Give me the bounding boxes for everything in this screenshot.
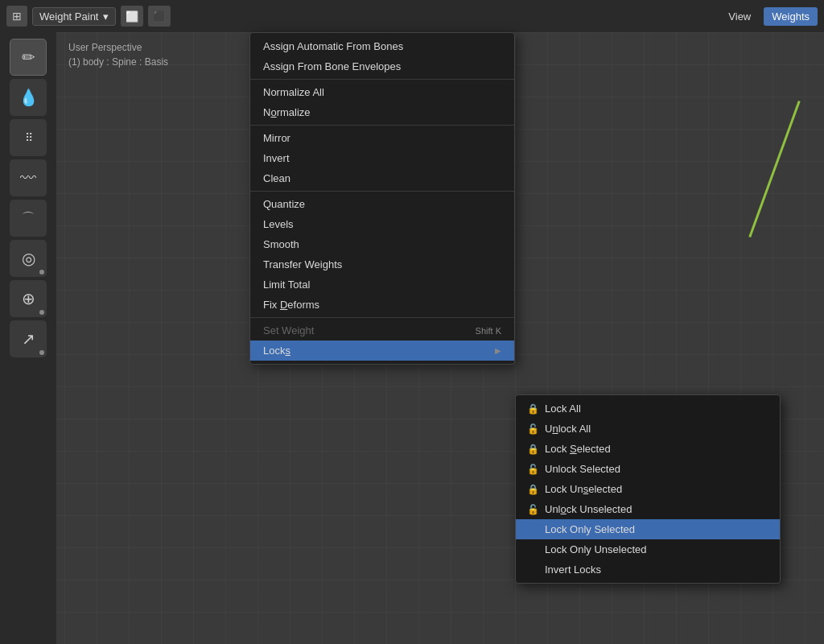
unlock-all-label: Unlock All — [545, 423, 591, 435]
limit-total-label: Limit Total — [263, 279, 310, 291]
mode-icon: ⊞ — [6, 6, 27, 27]
sep-3 — [250, 191, 514, 192]
menu-levels[interactable]: Levels — [250, 214, 514, 234]
smooth-label: Smooth — [263, 238, 299, 250]
draw-icon: ✏ — [22, 47, 35, 67]
tool-gradient[interactable]: ↗ — [10, 320, 47, 357]
topbar-view[interactable]: View — [720, 7, 759, 26]
submenu-invert-locks[interactable]: Invert Locks — [516, 559, 780, 580]
assign-auto-label: Assign Automatic From Bones — [263, 40, 403, 52]
topbar: ⊞ Weight Paint ▾ ⬜ ⬛ View Weights — [0, 0, 824, 32]
submenu-lock-unselected[interactable]: 🔒 Lock Unselected — [516, 479, 780, 499]
transfer-weights-label: Transfer Weights — [263, 258, 342, 270]
blur-icon: 💧 — [19, 88, 39, 107]
lock-all-icon: 🔒 — [527, 403, 538, 415]
submenu-lock-only-unselected[interactable]: Lock Only Unselected — [516, 539, 780, 559]
smear-icon: 〰 — [20, 169, 36, 188]
menu-clean[interactable]: Clean — [250, 168, 514, 188]
lock-selected-icon: 🔒 — [527, 444, 538, 455]
menu-mirror[interactable]: Mirror — [250, 128, 514, 148]
gradient-icon: ↗ — [22, 329, 35, 349]
menu-invert[interactable]: Invert — [250, 148, 514, 168]
menu-fix-deforms[interactable]: Fix Deforms — [250, 295, 514, 315]
submenu-lock-selected[interactable]: 🔒 Lock Selected — [516, 439, 780, 459]
viewport-btn-1[interactable]: ⬜ — [121, 6, 143, 27]
normalize-label: Normalize — [263, 106, 311, 118]
tool-smear[interactable]: 〰 — [10, 159, 47, 196]
submenu-unlock-all[interactable]: 🔓 Unlock All — [516, 419, 780, 439]
menu-locks[interactable]: Locks ▶ — [250, 341, 514, 361]
sep-2 — [250, 125, 514, 126]
tool-dots[interactable]: ⠿ — [10, 119, 47, 156]
mode-selector[interactable]: Weight Paint ▾ — [32, 7, 116, 26]
menu-set-weight: Set Weight Shift K — [250, 320, 514, 341]
menu-normalize-all[interactable]: Normalize All — [250, 82, 514, 102]
set-weight-shortcut: Shift K — [476, 326, 501, 336]
weights-menu: Assign Automatic From Bones Assign From … — [249, 32, 515, 365]
normalize-all-label: Normalize All — [263, 86, 324, 98]
menu-limit-total[interactable]: Limit Total — [250, 275, 514, 295]
left-sidebar: ✏ 💧 ⠿ 〰 ⌒ ◎ ⊕ ↗ — [0, 32, 56, 644]
locks-label: Locks — [263, 345, 290, 357]
submenu-unlock-unselected[interactable]: 🔓 Unlock Unselected — [516, 499, 780, 519]
lock-unselected-label: Lock Unselected — [545, 483, 622, 495]
menu-normalize[interactable]: Normalize — [250, 102, 514, 122]
invert-label: Invert — [263, 152, 290, 164]
unlock-unselected-icon: 🔓 — [527, 504, 538, 515]
topbar-weights[interactable]: Weights — [764, 7, 818, 26]
dots-icon: ⠿ — [25, 131, 32, 144]
locks-arrow-icon: ▶ — [495, 346, 501, 355]
lock-only-unselected-label: Lock Only Unselected — [545, 543, 646, 555]
levels-label: Levels — [263, 218, 294, 230]
tool-crosshair[interactable]: ⊕ — [10, 280, 47, 317]
viewport-btn-2[interactable]: ⬛ — [148, 6, 171, 27]
tool-sample[interactable]: ◎ — [10, 240, 47, 277]
crosshair-dot — [39, 310, 44, 315]
clean-label: Clean — [263, 172, 290, 184]
menu-smooth[interactable]: Smooth — [250, 234, 514, 254]
unlock-all-icon: 🔓 — [527, 423, 538, 435]
set-weight-label: Set Weight — [263, 324, 314, 336]
menu-assign-auto[interactable]: Assign Automatic From Bones — [250, 36, 514, 56]
lock-unselected-icon: 🔒 — [527, 484, 538, 495]
unlock-unselected-label: Unlock Unselected — [545, 503, 632, 515]
lock-only-selected-label: Lock Only Selected — [545, 523, 635, 535]
sample-icon: ◎ — [22, 249, 35, 268]
quantize-label: Quantize — [263, 198, 305, 210]
mode-dropdown-icon: ▾ — [103, 10, 109, 23]
submenu-lock-only-selected[interactable]: Lock Only Selected — [516, 519, 780, 539]
fix-deforms-label: Fix Deforms — [263, 299, 319, 311]
assign-envelope-label: Assign From Bone Envelopes — [263, 60, 401, 72]
viewport-header: User Perspective (1) body : Spine : Basi… — [68, 40, 168, 69]
object-label: (1) body : Spine : Basis — [68, 55, 168, 69]
sep-4 — [250, 317, 514, 318]
mirror-label: Mirror — [263, 132, 290, 144]
lock-selected-label: Lock Selected — [545, 443, 611, 455]
tool-relax[interactable]: ⌒ — [10, 200, 47, 237]
invert-locks-label: Invert Locks — [545, 564, 601, 576]
tool-draw[interactable]: ✏ — [10, 39, 47, 76]
tool-blur[interactable]: 💧 — [10, 79, 47, 116]
menu-quantize[interactable]: Quantize — [250, 194, 514, 214]
gradient-dot — [39, 350, 44, 355]
crosshair-icon: ⊕ — [22, 289, 35, 308]
relax-icon: ⌒ — [22, 210, 35, 227]
lock-all-label: Lock All — [545, 402, 581, 415]
unlock-selected-label: Unlock Selected — [545, 463, 620, 475]
perspective-label: User Perspective — [68, 40, 168, 55]
locks-submenu: 🔒 Lock All 🔓 Unlock All 🔒 Lock Selected … — [515, 394, 781, 584]
submenu-unlock-selected[interactable]: 🔓 Unlock Selected — [516, 459, 780, 479]
scene-line — [748, 101, 800, 237]
mode-label: Weight Paint — [39, 10, 98, 23]
sample-dot — [39, 270, 44, 275]
menu-transfer-weights[interactable]: Transfer Weights — [250, 254, 514, 275]
sep-1 — [250, 79, 514, 80]
unlock-selected-icon: 🔓 — [527, 464, 538, 475]
menu-assign-envelope[interactable]: Assign From Bone Envelopes — [250, 56, 514, 76]
submenu-lock-all[interactable]: 🔒 Lock All — [516, 398, 780, 419]
